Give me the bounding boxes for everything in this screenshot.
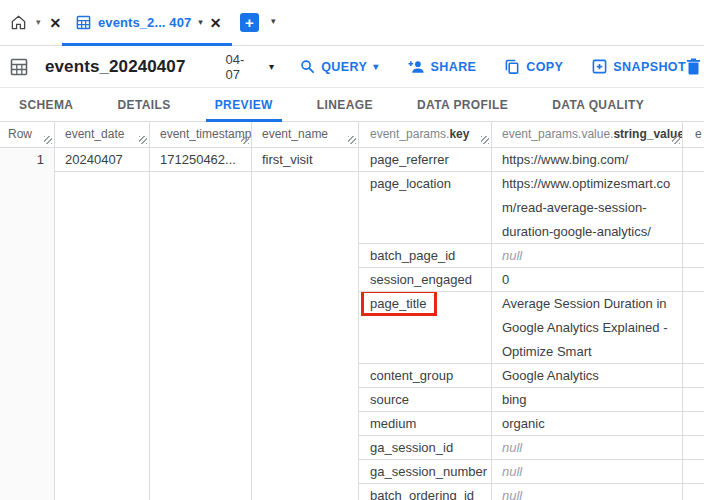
editor-tab-bar: ▾ ✕ events_2... 407 ▾ ✕ + ▾ (0, 0, 704, 46)
copy-icon (505, 59, 520, 75)
param-key-cell: medium (359, 412, 492, 436)
param-extra-cell (683, 364, 704, 388)
param-row: batch_page_id null (359, 244, 704, 268)
date-shard-selector[interactable]: 04-07 ▾ (225, 52, 274, 82)
share-button-label: SHARE (431, 60, 477, 74)
delete-table-icon[interactable] (686, 58, 701, 75)
cell-event-timestamp-continuation (150, 172, 252, 500)
param-value-cell: https://www.bing.com/ (492, 148, 683, 172)
snapshot-button[interactable]: SNAPSHOT (592, 59, 686, 74)
param-key-cell: ga_session_number (359, 460, 492, 484)
param-value-cell: null (492, 460, 683, 484)
date-shard-value: 04-07 (225, 52, 255, 82)
cell-event-date: 20240407 (55, 148, 150, 172)
param-value-cell: null (492, 436, 683, 460)
snapshot-icon (592, 59, 607, 74)
column-resize-handle[interactable] (348, 136, 356, 144)
share-button[interactable]: SHARE (408, 60, 477, 74)
param-value-cell: Google Analytics (492, 364, 683, 388)
param-key-cell: batch_page_id (359, 244, 492, 268)
param-value-cell: null (492, 244, 683, 268)
param-row: session_engaged 0 (359, 268, 704, 292)
event-params-rows: page_referrer https://www.bing.com/ page… (359, 148, 704, 500)
param-value-cell: 0 (492, 268, 683, 292)
param-row: content_group Google Analytics (359, 364, 704, 388)
tab-events-table[interactable]: events_2... 407 ▾ ✕ (62, 0, 232, 45)
param-row: source bing (359, 388, 704, 412)
query-dropdown-icon: ▾ (373, 62, 378, 72)
column-resize-handle[interactable] (672, 136, 680, 144)
tab-schema[interactable]: SCHEMA (10, 88, 82, 121)
tab-data-profile[interactable]: DATA PROFILE (408, 88, 517, 121)
param-row: ga_session_number null (359, 460, 704, 484)
column-resize-handle[interactable] (481, 136, 489, 144)
column-header-event-params-value-string-value: event_params.value.string_value (492, 122, 683, 148)
snapshot-button-label: SNAPSHOT (613, 60, 686, 74)
person-add-icon (408, 60, 425, 74)
cell-event-name-continuation (252, 172, 359, 500)
param-value-cell: organic (492, 412, 683, 436)
date-shard-caret-icon: ▾ (269, 62, 274, 72)
row-number-cell: 1 (0, 148, 55, 172)
param-row-highlighted: page_title Average Session Duration in G… (359, 292, 704, 364)
column-header-event-date: event_date (55, 122, 150, 148)
home-icon[interactable] (10, 14, 27, 31)
column-header-row: Row (0, 122, 55, 148)
tab-data-quality[interactable]: DATA QUALITY (543, 88, 653, 121)
tab-lineage[interactable]: LINEAGE (308, 88, 382, 121)
preview-table: Row event_date event_timestamp event_nam… (0, 122, 704, 500)
column-resize-handle[interactable] (241, 136, 249, 144)
param-row: page_referrer https://www.bing.com/ (359, 148, 704, 172)
bigquery-table-page: ▾ ✕ events_2... 407 ▾ ✕ + ▾ events_20240… (0, 0, 704, 500)
param-extra-cell (683, 412, 704, 436)
column-header-clipped: e (683, 122, 704, 148)
query-button-label: QUERY (321, 60, 367, 74)
tab-preview[interactable]: PREVIEW (206, 88, 282, 121)
cell-event-date-continuation (55, 172, 150, 500)
column-resize-handle[interactable] (44, 136, 52, 144)
table-icon (76, 15, 91, 30)
param-key-cell: ga_session_id (359, 436, 492, 460)
param-key-cell: session_engaged (359, 268, 492, 292)
param-row: batch_ordering_id null (359, 484, 704, 500)
param-key-cell: page_title (359, 292, 492, 364)
param-extra-cell (683, 244, 704, 268)
param-extra-cell (683, 268, 704, 292)
new-tab-button[interactable]: + (240, 13, 259, 32)
table-view-tabs: SCHEMA DETAILS PREVIEW LINEAGE DATA PROF… (0, 88, 704, 122)
cell-event-timestamp: 171250462... (150, 148, 252, 172)
tab-dropdown-icon[interactable]: ▾ (198, 18, 203, 27)
column-header-event-timestamp: event_timestamp (150, 122, 252, 148)
param-extra-cell (683, 484, 704, 500)
param-key-cell: content_group (359, 364, 492, 388)
cell-event-name: first_visit (252, 148, 359, 172)
param-key-cell: source (359, 388, 492, 412)
tab-close-icon[interactable]: ✕ (210, 15, 222, 31)
table-toolbar: events_20240407 04-07 ▾ QUERY ▾ SHARE CO… (0, 46, 704, 88)
copy-button-label: COPY (526, 60, 563, 74)
row-number-gutter (0, 172, 55, 500)
param-extra-cell (683, 172, 704, 244)
home-tab-dropdown-icon[interactable]: ▾ (36, 18, 41, 27)
column-header-event-name: event_name (252, 122, 359, 148)
page-title: events_20240407 (45, 57, 185, 77)
param-extra-cell (683, 460, 704, 484)
copy-button[interactable]: COPY (505, 59, 563, 75)
param-value-cell: https://www.optimizesmart.com/read-avera… (492, 172, 683, 244)
tab-label: events_2... 407 (98, 15, 191, 30)
query-button[interactable]: QUERY ▾ (300, 59, 378, 74)
new-tab-dropdown-icon[interactable]: ▾ (271, 17, 276, 26)
home-tab-close-icon[interactable]: ✕ (50, 15, 62, 31)
table-icon-large (10, 58, 28, 76)
param-extra-cell (683, 292, 704, 364)
param-extra-cell (683, 148, 704, 172)
param-row: page_location https://www.optimizesmart.… (359, 172, 704, 244)
param-value-cell: bing (492, 388, 683, 412)
param-value-cell: Average Session Duration in Google Analy… (492, 292, 683, 364)
column-header-event-params-key: event_params.key (359, 122, 492, 148)
tab-details[interactable]: DETAILS (108, 88, 179, 121)
param-value-cell: null (492, 484, 683, 500)
param-key-cell: page_referrer (359, 148, 492, 172)
column-resize-handle[interactable] (139, 136, 147, 144)
param-extra-cell (683, 388, 704, 412)
